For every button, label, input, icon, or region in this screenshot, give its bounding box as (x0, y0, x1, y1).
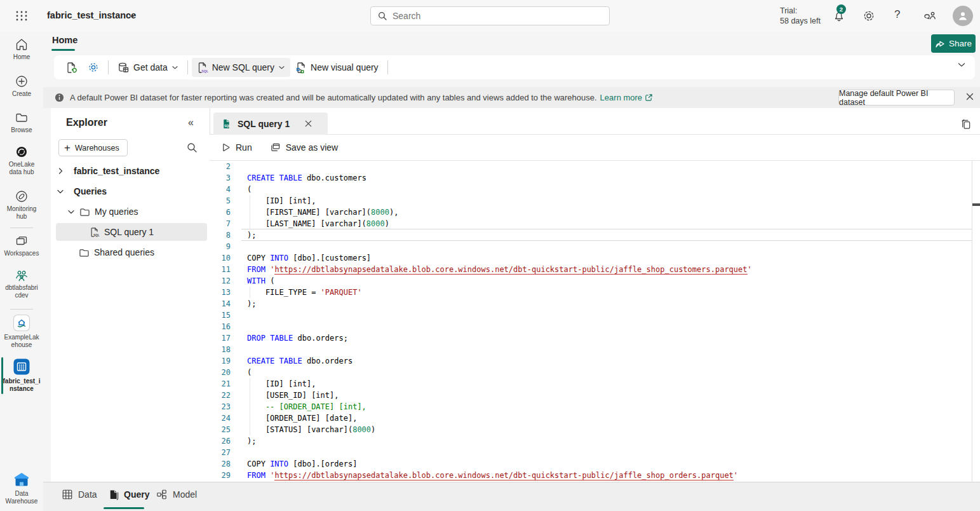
app-launcher-waffle-icon[interactable] (14, 8, 29, 24)
play-icon (221, 142, 231, 153)
code-line-26[interactable]: 26); (210, 435, 972, 447)
workspace-chevron-down-icon[interactable] (128, 13, 136, 18)
search-input[interactable] (393, 11, 583, 21)
code-line-12[interactable]: 12WITH ( (210, 275, 972, 287)
code-line-14[interactable]: 14); (210, 298, 972, 310)
code-line-27[interactable]: 27 (210, 447, 972, 458)
nav-item-fabric-test-instance[interactable]: fabric_test_i nstance (1, 358, 42, 393)
code-line-22[interactable]: 22 [USER_ID] [int], (210, 390, 972, 401)
code-line-13[interactable]: 13 FILE_TYPE = 'PARQUET' (210, 287, 972, 298)
ribbon-tab-home[interactable]: Home (52, 35, 77, 45)
line-number: 20 (210, 367, 241, 378)
view-tab-query[interactable]: Query (108, 489, 149, 500)
save-as-view-button[interactable]: Save as view (270, 142, 338, 153)
code-line-7[interactable]: 7 [LAST_NAME] [varchar](8000) (210, 218, 972, 229)
workspace-name[interactable]: fabric_test_instance (47, 10, 136, 20)
help-icon[interactable]: ? (894, 8, 900, 21)
share-label: Share (949, 39, 972, 48)
ribbon-toolbar: Get data SQL New SQL query New visual qu… (54, 55, 975, 79)
line-number: 6 (210, 207, 241, 218)
chevron-right-icon[interactable] (56, 167, 65, 175)
code-line-16[interactable]: 16 (210, 321, 972, 332)
nav-home[interactable]: Home (1, 37, 42, 61)
sql-code-editor[interactable]: 23CREATE TABLE dbo.customers4(5 [ID] [in… (210, 161, 972, 482)
explorer-search-icon[interactable] (186, 142, 198, 153)
nav-browse[interactable]: Browse (1, 111, 42, 134)
code-line-11[interactable]: 11FROM 'https://dbtlabsynapsedatalake.bl… (210, 264, 972, 275)
add-warehouses-button[interactable]: + Warehouses (58, 139, 128, 156)
tree-item-my-queries[interactable]: My queries (56, 203, 207, 221)
explorer-collapse-icon[interactable]: « (188, 117, 194, 128)
learn-more-link[interactable]: Learn more (600, 93, 653, 102)
tree-item-shared-queries[interactable]: Shared queries (56, 243, 207, 261)
warehouses-label: Warehouses (75, 144, 119, 153)
code-line-15[interactable]: 15 (210, 310, 972, 321)
code-line-29[interactable]: 29FROM 'https://dbtlabsynapsedatalake.bl… (210, 470, 972, 481)
get-data-label: Get data (133, 62, 168, 72)
tree-item-sql-query-1[interactable]: SQL SQL query 1 (56, 223, 207, 241)
tree-item-warehouse[interactable]: fabric_test_instance (56, 162, 207, 180)
view-tab-model[interactable]: Model (156, 489, 197, 500)
code-line-19[interactable]: 19CREATE TABLE dbo.orders (210, 355, 972, 367)
code-line-28[interactable]: 28COPY INTO [dbo].[orders] (210, 458, 972, 470)
code-line-3[interactable]: 3CREATE TABLE dbo.customers (210, 172, 972, 184)
banner-close-icon[interactable] (965, 92, 974, 101)
user-avatar[interactable] (953, 6, 973, 26)
nav-label: data hub (1, 168, 42, 176)
code-line-24[interactable]: 24 [ORDER_DATE] [date], (210, 412, 972, 424)
new-visual-query-button[interactable]: New visual query (290, 58, 384, 77)
nav-data-warehouse[interactable]: Data Warehouse (1, 472, 42, 505)
info-icon (55, 93, 64, 102)
chevron-down-icon (278, 65, 285, 70)
manage-default-dataset-button[interactable]: Manage default Power BI dataset (838, 90, 955, 106)
scrollbar-position-marker (972, 203, 980, 206)
code-line-10[interactable]: 10COPY INTO [dbo].[customers] (210, 252, 972, 264)
chevron-down-icon[interactable] (56, 189, 65, 194)
folder-icon (79, 207, 90, 217)
code-line-4[interactable]: 4( (210, 184, 972, 195)
nav-item-examplelakehouse[interactable]: ExampleLak ehouse (1, 314, 42, 349)
view-tab-data[interactable]: Data (62, 489, 97, 500)
nav-onelake-data-hub[interactable]: OneLake data hub (1, 145, 42, 176)
code-line-2[interactable]: 2 (210, 161, 972, 172)
share-button[interactable]: Share (931, 34, 976, 53)
get-data-button[interactable]: Get data (112, 58, 184, 77)
tree-item-queries[interactable]: Queries (56, 182, 207, 200)
editor-scrollbar[interactable] (972, 161, 980, 482)
code-line-25[interactable]: 25 [STATUS] [varchar](8000) (210, 424, 972, 435)
nav-create[interactable]: Create (1, 74, 42, 98)
tab-close-icon[interactable] (304, 119, 312, 128)
code-line-5[interactable]: 5 [ID] [int], (210, 195, 972, 207)
tree-label: fabric_test_instance (74, 166, 159, 176)
code-text: -- [ORDER_DATE] [int], (247, 401, 366, 412)
copy-icon[interactable] (960, 118, 972, 130)
code-line-8[interactable]: 8); (210, 229, 972, 241)
nav-workspaces[interactable]: Workspaces (1, 234, 42, 257)
ribbon-expand-chevron-icon[interactable] (957, 62, 966, 68)
query-tab-sql-query-1[interactable]: SQL SQL query 1 (213, 112, 328, 135)
nav-label: ExampleLak (1, 334, 42, 341)
nav-workspace-dbtlabsfabricdev[interactable]: dbtlabsfabri cdev (1, 268, 42, 299)
code-line-9[interactable]: 9 (210, 241, 972, 252)
nav-label: Data (1, 490, 42, 498)
run-button[interactable]: Run (221, 142, 252, 153)
code-text: COPY INTO [dbo].[customers] (247, 252, 371, 264)
feedback-icon[interactable] (923, 10, 936, 22)
refresh-dataset-button[interactable] (60, 58, 83, 77)
settings-button[interactable] (83, 58, 104, 77)
line-number: 26 (210, 435, 241, 447)
code-line-20[interactable]: 20( (210, 367, 972, 378)
chevron-down-icon[interactable] (67, 209, 76, 215)
new-sql-query-button[interactable]: SQL New SQL query (192, 58, 290, 77)
code-line-17[interactable]: 17DROP TABLE dbo.orders; (210, 332, 972, 344)
code-line-6[interactable]: 6 [FIRST_NAME] [varchar](8000), (210, 207, 972, 218)
line-number: 18 (210, 344, 241, 355)
code-text: ); (247, 298, 256, 310)
global-search[interactable] (370, 6, 610, 25)
code-line-21[interactable]: 21 [ID] [int], (210, 378, 972, 390)
code-line-18[interactable]: 18 (210, 344, 972, 355)
code-line-23[interactable]: 23 -- [ORDER_DATE] [int], (210, 401, 972, 412)
settings-gear-icon[interactable] (863, 10, 875, 22)
nav-monitoring-hub[interactable]: Monitoring hub (1, 189, 42, 221)
rail-divider (10, 228, 33, 228)
